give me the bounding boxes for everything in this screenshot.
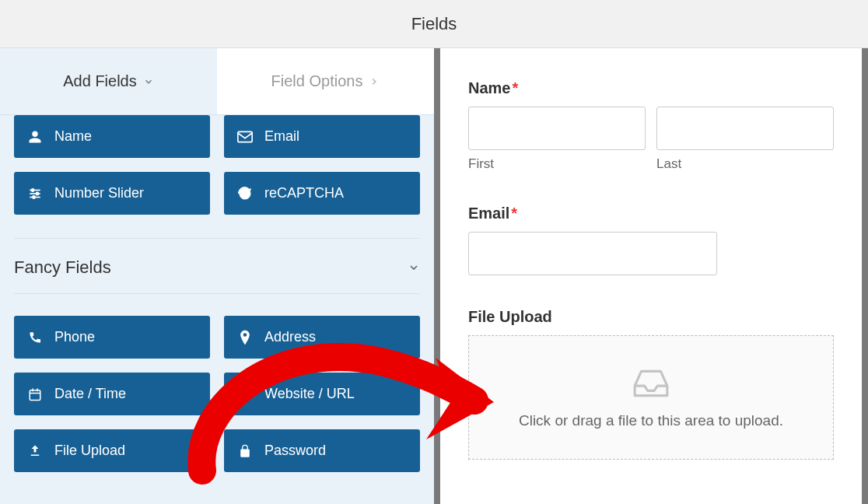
email-row: Email*	[468, 205, 834, 275]
envelope-icon	[236, 131, 254, 143]
svg-point-5	[36, 192, 38, 194]
link-icon	[236, 387, 254, 401]
file-upload-dropzone[interactable]: Click or drag a file to this area to upl…	[468, 335, 834, 460]
tabs-row: Add Fields Field Options	[0, 48, 434, 115]
chevron-right-icon	[369, 76, 380, 87]
field-label: reCAPTCHA	[264, 185, 344, 201]
field-date-time[interactable]: Date / Time	[14, 373, 210, 415]
fancy-fields-header[interactable]: Fancy Fields	[14, 238, 420, 294]
first-name-input[interactable]	[468, 107, 646, 150]
phone-icon	[26, 331, 44, 344]
header-bar: Fields	[0, 0, 868, 48]
field-label: Number Slider	[54, 185, 144, 201]
inbox-icon	[632, 366, 670, 400]
svg-point-6	[33, 195, 35, 198]
fancy-fields-grid: Phone Address Date / Time	[14, 316, 420, 472]
recaptcha-icon: G	[236, 187, 254, 201]
tab-label: Field Options	[271, 72, 363, 90]
email-input[interactable]	[468, 232, 717, 275]
page-title: Fields	[411, 14, 457, 34]
field-number-slider[interactable]: Number Slider	[14, 172, 210, 215]
field-label: File Upload	[54, 443, 125, 459]
calendar-icon	[26, 387, 44, 401]
standard-fields-grid: Name Email Number Slider G	[14, 115, 420, 215]
tab-add-fields[interactable]: Add Fields	[0, 48, 217, 114]
field-name[interactable]: Name	[14, 115, 210, 158]
field-email[interactable]: Email	[224, 115, 420, 158]
field-label: Phone	[54, 329, 95, 345]
field-label: Website / URL	[264, 386, 355, 402]
field-label: Password	[264, 443, 326, 459]
field-password[interactable]: Password	[224, 429, 420, 472]
required-indicator: *	[511, 205, 517, 222]
upload-instruction: Click or drag a file to this area to upl…	[519, 412, 783, 429]
map-pin-icon	[236, 330, 254, 345]
svg-rect-0	[238, 131, 252, 142]
left-panel: Add Fields Field Options Name	[0, 48, 434, 504]
section-label: Fancy Fields	[14, 257, 111, 278]
tab-label: Add Fields	[63, 72, 137, 90]
svg-point-4	[31, 188, 33, 191]
required-indicator: *	[512, 79, 518, 96]
last-name-input[interactable]	[656, 107, 834, 150]
form-preview-panel: Name* First Last Email* File Upload	[434, 48, 868, 504]
field-label: Email	[264, 128, 299, 145]
email-label: Email*	[468, 205, 834, 222]
name-label: Name*	[468, 79, 834, 97]
lock-icon	[236, 444, 254, 458]
file-upload-row: File Upload Click or drag a file to this…	[468, 308, 834, 460]
first-sublabel: First	[468, 156, 646, 172]
svg-text:G: G	[242, 190, 247, 198]
field-label: Address	[264, 329, 316, 345]
tab-field-options[interactable]: Field Options	[217, 48, 434, 114]
svg-rect-8	[30, 390, 40, 400]
field-address[interactable]: Address	[224, 316, 420, 359]
file-upload-label: File Upload	[468, 308, 834, 326]
field-recaptcha[interactable]: G reCAPTCHA	[224, 172, 420, 215]
name-row: First Last	[468, 107, 834, 172]
fields-scroll[interactable]: Name Email Number Slider G	[0, 115, 434, 504]
upload-icon	[26, 444, 44, 458]
field-file-upload[interactable]: File Upload	[14, 429, 210, 472]
chevron-down-icon	[408, 261, 420, 274]
field-phone[interactable]: Phone	[14, 316, 210, 359]
chevron-down-icon	[143, 76, 154, 87]
field-website-url[interactable]: Website / URL	[224, 373, 420, 415]
user-icon	[26, 130, 44, 144]
main-container: Add Fields Field Options Name	[0, 48, 868, 504]
last-sublabel: Last	[656, 156, 834, 172]
sliders-icon	[26, 187, 44, 201]
field-label: Date / Time	[54, 386, 126, 402]
field-label: Name	[54, 128, 92, 145]
